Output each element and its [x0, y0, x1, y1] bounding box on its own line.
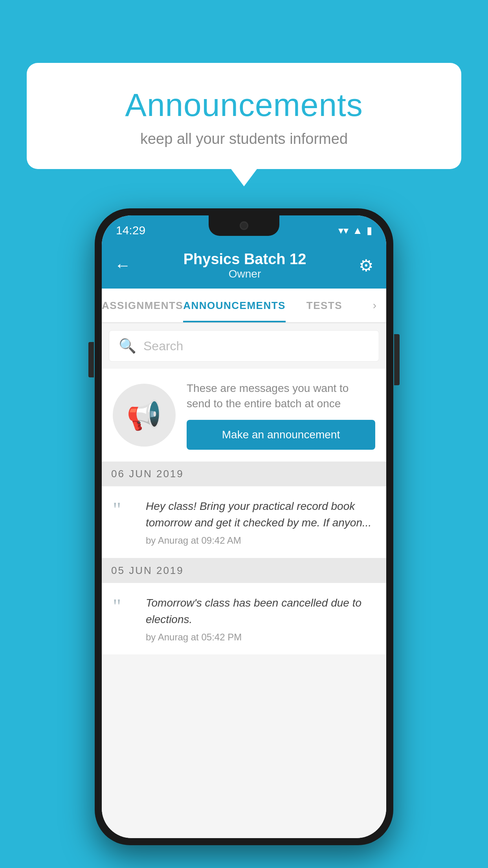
- tab-more-button[interactable]: ›: [363, 289, 386, 322]
- phone-mockup: 14:29 ▾▾ ▲ ▮ ← Physics Batch 12 Owner ⚙: [95, 208, 393, 845]
- battery-icon: ▮: [367, 224, 372, 237]
- search-bar[interactable]: 🔍 Search: [109, 330, 379, 362]
- speech-bubble-subtitle: keep all your students informed: [50, 131, 438, 147]
- nav-title-area: Physics Batch 12 Owner: [183, 251, 306, 280]
- phone-screen-area: 14:29 ▾▾ ▲ ▮ ← Physics Batch 12 Owner ⚙: [102, 215, 386, 838]
- nav-subtitle: Owner: [183, 268, 306, 280]
- promo-card: 📢 These are messages you want to send to…: [102, 369, 386, 462]
- front-camera: [240, 221, 248, 230]
- announcement-message-1: Hey class! Bring your practical record b…: [146, 498, 375, 531]
- tab-announcements[interactable]: ANNOUNCEMENTS: [183, 289, 286, 322]
- status-time: 14:29: [116, 224, 145, 237]
- search-placeholder: Search: [143, 339, 183, 353]
- promo-icon-circle: 📢: [113, 384, 176, 447]
- announcement-message-2: Tomorrow's class has been cancelled due …: [146, 595, 375, 628]
- announcement-item-1[interactable]: " Hey class! Bring your practical record…: [102, 486, 386, 558]
- tab-tests[interactable]: TESTS: [286, 289, 363, 322]
- nav-title: Physics Batch 12: [183, 251, 306, 268]
- top-nav-bar: ← Physics Batch 12 Owner ⚙: [102, 242, 386, 289]
- quote-icon-1: ": [113, 500, 136, 520]
- signal-icon: ▲: [352, 224, 363, 237]
- make-announcement-button[interactable]: Make an announcement: [187, 420, 375, 450]
- phone-notch: [209, 215, 279, 236]
- announcement-text-area-1: Hey class! Bring your practical record b…: [146, 498, 375, 546]
- phone-screen: 14:29 ▾▾ ▲ ▮ ← Physics Batch 12 Owner ⚙: [102, 215, 386, 838]
- announcement-item-2[interactable]: " Tomorrow's class has been cancelled du…: [102, 583, 386, 655]
- screen-body: 🔍 Search 📢 These are messages you want t…: [102, 323, 386, 838]
- speech-bubble-title: Announcements: [50, 86, 438, 123]
- speech-bubble-section: Announcements keep all your students inf…: [27, 63, 461, 169]
- quote-icon-2: ": [113, 596, 136, 617]
- status-icons: ▾▾ ▲ ▮: [338, 224, 372, 237]
- search-icon: 🔍: [119, 338, 136, 354]
- announcement-meta-1: by Anurag at 09:42 AM: [146, 535, 375, 546]
- wifi-icon: ▾▾: [338, 224, 349, 237]
- promo-description: These are messages you want to send to t…: [187, 381, 375, 411]
- phone-outer-frame: 14:29 ▾▾ ▲ ▮ ← Physics Batch 12 Owner ⚙: [95, 208, 393, 845]
- announcement-meta-2: by Anurag at 05:42 PM: [146, 632, 375, 643]
- megaphone-icon: 📢: [127, 399, 162, 432]
- back-button[interactable]: ←: [114, 256, 131, 275]
- promo-right: These are messages you want to send to t…: [187, 381, 375, 450]
- tab-assignments[interactable]: ASSIGNMENTS: [102, 289, 183, 322]
- date-divider-2: 05 JUN 2019: [102, 558, 386, 583]
- date-divider-1: 06 JUN 2019: [102, 462, 386, 486]
- tabs-bar: ASSIGNMENTS ANNOUNCEMENTS TESTS ›: [102, 289, 386, 323]
- settings-button[interactable]: ⚙: [359, 256, 374, 275]
- announcement-text-area-2: Tomorrow's class has been cancelled due …: [146, 595, 375, 643]
- speech-bubble-card: Announcements keep all your students inf…: [27, 63, 461, 169]
